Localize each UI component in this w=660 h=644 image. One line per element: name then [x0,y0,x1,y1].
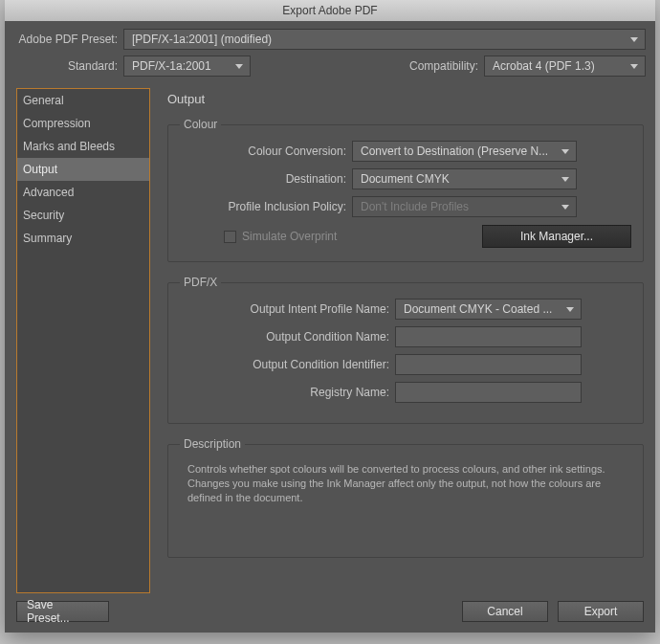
standard-label: Standard: [14,59,123,73]
description-text: Controls whether spot colours will be co… [180,460,631,544]
standard-value: PDF/X-1a:2001 [132,59,211,73]
preset-dropdown[interactable]: [PDF/X-1a:2001] (modified) [123,29,646,50]
panel-title: Output [167,92,644,106]
cancel-label: Cancel [487,605,522,618]
registry-name-label: Registry Name: [180,386,395,399]
destination-label: Destination: [180,172,352,186]
output-intent-dropdown[interactable]: Document CMYK - Coated ... [395,299,582,320]
save-preset-button[interactable]: Save Preset... [16,601,109,622]
preset-label: Adobe PDF Preset: [14,33,123,46]
pdfx-legend: PDF/X [180,276,221,289]
compat-dropdown[interactable]: Acrobat 4 (PDF 1.3) [484,56,646,77]
output-intent-label: Output Intent Profile Name: [180,302,395,316]
simulate-overprint-label: Simulate Overprint [242,230,337,243]
sidebar-item-marks-bleeds[interactable]: Marks and Bleeds [17,135,149,158]
pdfx-fieldset: PDF/X Output Intent Profile Name: Docume… [167,276,644,424]
export-button[interactable]: Export [558,601,644,622]
ink-manager-label: Ink Manager... [520,230,593,243]
description-legend: Description [180,437,245,451]
colour-conversion-dropdown[interactable]: Convert to Destination (Preserve N... [352,141,577,162]
sidebar-item-label: Marks and Bleeds [23,140,115,153]
standard-compat-row: Standard: PDF/X-1a:2001 Compatibility: A… [5,50,655,88]
titlebar: Export Adobe PDF [5,0,655,21]
sidebar-item-label: Summary [23,232,72,245]
sidebar-item-security[interactable]: Security [17,204,149,227]
colour-conversion-label: Colour Conversion: [180,144,352,158]
preset-row: Adobe PDF Preset: [PDF/X-1a:2001] (modif… [5,21,655,50]
sidebar-item-advanced[interactable]: Advanced [17,181,149,204]
compat-value: Acrobat 4 (PDF 1.3) [493,59,595,73]
preset-value: [PDF/X-1a:2001] (modified) [132,33,272,46]
save-preset-label: Save Preset... [27,598,99,625]
sidebar-item-compression[interactable]: Compression [17,112,149,135]
svg-marker-5 [561,205,569,210]
colour-conversion-value: Convert to Destination (Preserve N... [361,144,548,158]
chevron-down-icon [559,200,572,213]
output-intent-value: Document CMYK - Coated ... [404,302,552,316]
sidebar-item-label: General [23,94,64,107]
sidebar-item-general[interactable]: General [17,89,149,112]
sidebar-item-label: Advanced [23,186,74,199]
export-pdf-dialog: Export Adobe PDF Adobe PDF Preset: [PDF/… [5,0,655,633]
registry-name-input[interactable] [395,382,582,403]
svg-marker-3 [561,149,569,154]
svg-marker-2 [630,64,638,69]
condition-id-input[interactable] [395,354,582,375]
standard-dropdown[interactable]: PDF/X-1a:2001 [123,56,251,77]
window-title: Export Adobe PDF [282,4,377,17]
chevron-down-icon [559,172,572,186]
profile-policy-label: Profile Inclusion Policy: [180,200,352,213]
sidebar-item-label: Security [23,209,64,222]
svg-marker-4 [561,177,569,182]
chevron-down-icon [559,144,572,158]
destination-dropdown[interactable]: Document CMYK [352,168,577,189]
sidebar-item-label: Compression [23,117,91,130]
destination-value: Document CMYK [361,172,450,186]
colour-fieldset: Colour Colour Conversion: Convert to Des… [167,118,644,262]
condition-name-input[interactable] [395,326,582,347]
profile-policy-value: Don't Include Profiles [361,200,469,213]
svg-marker-0 [630,37,638,42]
sidebar-item-label: Output [23,163,57,176]
simulate-overprint-checkbox: Simulate Overprint [224,230,337,243]
svg-marker-6 [566,307,574,312]
cancel-button[interactable]: Cancel [462,601,548,622]
chevron-down-icon [563,302,577,316]
condition-name-label: Output Condition Name: [180,330,395,344]
condition-id-label: Output Condition Identifier: [180,358,395,371]
export-label: Export [584,605,618,618]
ink-manager-button[interactable]: Ink Manager... [482,225,631,248]
sidebar-item-output[interactable]: Output [17,158,149,181]
sidebar-item-summary[interactable]: Summary [17,227,149,250]
colour-legend: Colour [180,118,221,131]
profile-policy-dropdown: Don't Include Profiles [352,196,577,217]
dialog-footer: Save Preset... Cancel Export [5,593,655,632]
output-panel: Output Colour Colour Conversion: Convert… [167,88,644,593]
chevron-down-icon [232,59,246,73]
chevron-down-icon [627,59,641,73]
description-fieldset: Description Controls whether spot colour… [167,437,644,558]
compat-label: Compatibility: [409,59,484,73]
sidebar: General Compression Marks and Bleeds Out… [16,88,150,593]
checkbox-box [224,231,236,243]
chevron-down-icon [627,33,641,46]
svg-marker-1 [235,64,243,69]
